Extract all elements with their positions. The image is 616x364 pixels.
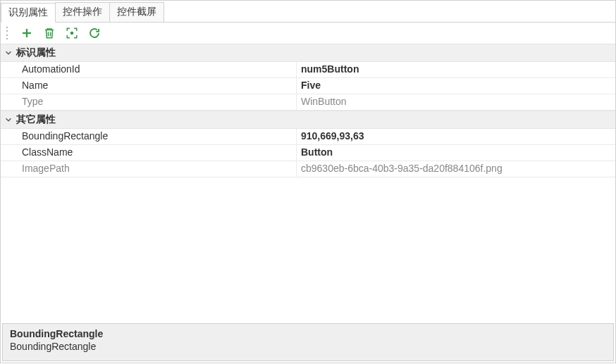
svg-point-4: [71, 32, 73, 34]
chevron-down-icon[interactable]: [4, 115, 13, 125]
group-title: 其它属性: [16, 113, 56, 126]
description-text: BoundingRectangle: [10, 341, 606, 352]
property-name: Name: [1, 78, 297, 94]
tabs-spacer: [164, 1, 615, 22]
property-value: cb9630eb-6bca-40b3-9a35-da20f884106f.png: [297, 161, 615, 177]
property-row[interactable]: Type WinButton: [1, 94, 615, 111]
description-panel: BoundingRectangle BoundingRectangle: [2, 323, 614, 361]
property-value: WinButton: [297, 94, 615, 110]
delete-icon[interactable]: [43, 27, 56, 39]
group-header-other[interactable]: 其它属性: [1, 111, 615, 129]
group-header-identity[interactable]: 标识属性: [1, 44, 615, 62]
refresh-icon[interactable]: [88, 27, 101, 39]
tab-identify-attrs[interactable]: 识别属性: [1, 3, 56, 23]
description-title: BoundingRectangle: [10, 328, 606, 339]
capture-icon[interactable]: [66, 27, 78, 39]
property-name: Type: [1, 94, 297, 110]
property-name: ClassName: [1, 145, 297, 161]
tab-control-screenshot[interactable]: 控件截屏: [109, 2, 164, 22]
property-row[interactable]: BoundingRectangle 910,669,93,63: [1, 129, 615, 145]
property-row[interactable]: Name Five: [1, 78, 615, 94]
property-grid: 标识属性 AutomationId num5Button Name Five T…: [1, 44, 615, 322]
property-name: AutomationId: [1, 62, 297, 77]
add-icon[interactable]: [20, 27, 33, 39]
tab-control-actions[interactable]: 控件操作: [55, 2, 110, 22]
property-value[interactable]: Button: [297, 145, 615, 161]
toolbar-grip: [6, 27, 9, 39]
tab-label: 识别属性: [8, 6, 48, 18]
tab-bar: 识别属性 控件操作 控件截屏: [1, 1, 615, 23]
property-name: ImagePath: [1, 161, 297, 177]
property-row[interactable]: ClassName Button: [1, 145, 615, 161]
group-title: 标识属性: [16, 46, 56, 59]
tab-label: 控件操作: [63, 6, 102, 17]
property-value[interactable]: 910,669,93,63: [297, 129, 615, 144]
tab-label: 控件截屏: [117, 6, 156, 17]
property-row[interactable]: ImagePath cb9630eb-6bca-40b3-9a35-da20f8…: [1, 161, 615, 177]
property-name: BoundingRectangle: [1, 129, 297, 144]
main-panel: 识别属性 控件操作 控件截屏 标识属性 AutomationId num5But…: [0, 0, 616, 363]
toolbar: [1, 23, 615, 44]
property-value[interactable]: Five: [297, 78, 615, 94]
property-row[interactable]: AutomationId num5Button: [1, 62, 615, 78]
property-value[interactable]: num5Button: [297, 62, 615, 77]
chevron-down-icon[interactable]: [4, 48, 13, 58]
